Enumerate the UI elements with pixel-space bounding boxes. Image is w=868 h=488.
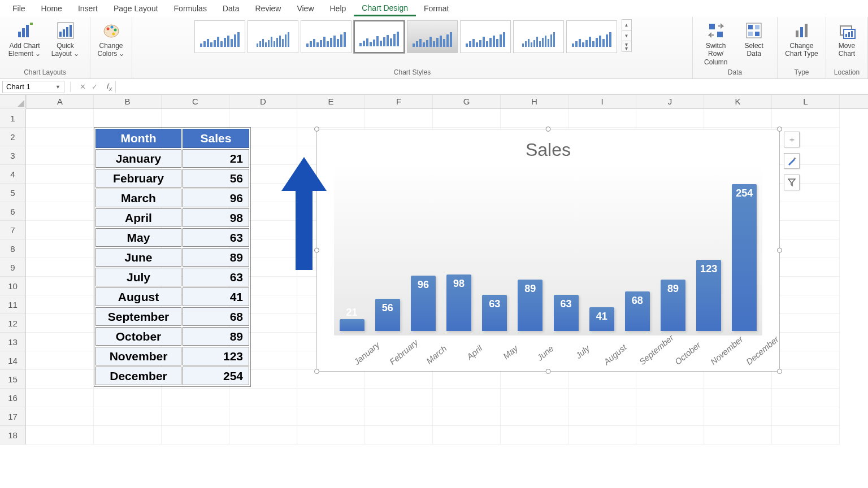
cell[interactable] xyxy=(26,370,94,389)
cell[interactable] xyxy=(772,258,840,277)
chart-bar[interactable]: 63 xyxy=(554,295,579,331)
table-cell[interactable]: 63 xyxy=(183,268,249,286)
cell[interactable] xyxy=(772,389,840,407)
row-header[interactable]: 16 xyxy=(0,389,26,407)
select-all-corner[interactable] xyxy=(0,95,26,108)
cell[interactable] xyxy=(772,370,840,389)
cell[interactable] xyxy=(636,109,704,128)
row-header[interactable]: 5 xyxy=(0,184,26,202)
table-cell[interactable]: May xyxy=(96,228,181,247)
row-header[interactable]: 11 xyxy=(0,295,26,314)
row-header[interactable]: 9 xyxy=(0,258,26,277)
cell[interactable] xyxy=(297,426,365,445)
row-header[interactable]: 15 xyxy=(0,370,26,389)
cell[interactable] xyxy=(568,389,636,407)
column-header[interactable]: A xyxy=(26,95,94,108)
cell[interactable] xyxy=(772,295,840,314)
cell[interactable] xyxy=(772,146,840,165)
cell[interactable] xyxy=(229,407,297,426)
cell[interactable] xyxy=(433,426,501,445)
cell[interactable] xyxy=(501,370,568,389)
row-header[interactable]: 1 xyxy=(0,109,26,128)
cell[interactable] xyxy=(501,407,568,426)
table-header[interactable]: Sales xyxy=(183,129,249,148)
chart-bar[interactable]: 89 xyxy=(661,280,685,331)
cell[interactable] xyxy=(162,109,229,128)
cell[interactable] xyxy=(772,407,840,426)
menu-tab-review[interactable]: Review xyxy=(248,2,289,15)
cell[interactable] xyxy=(26,221,94,239)
table-cell[interactable]: 21 xyxy=(183,149,249,168)
chart-handle[interactable] xyxy=(546,369,551,374)
row-header[interactable]: 2 xyxy=(0,128,26,146)
cell[interactable] xyxy=(26,202,94,221)
formula-confirm-icon[interactable]: ✓ xyxy=(92,82,98,91)
chart-bar[interactable]: 21 xyxy=(340,319,364,331)
row-header[interactable]: 7 xyxy=(0,221,26,239)
row-header[interactable]: 18 xyxy=(0,426,26,445)
chart-bar[interactable]: 96 xyxy=(411,276,436,331)
cell[interactable] xyxy=(568,370,636,389)
table-row[interactable]: January21 xyxy=(96,149,249,168)
chart-handle[interactable] xyxy=(777,248,782,253)
chart-style-thumb[interactable] xyxy=(354,20,405,53)
table-cell[interactable]: April xyxy=(96,208,181,227)
table-cell[interactable]: September xyxy=(96,307,181,326)
cell[interactable] xyxy=(772,277,840,295)
chart-handle[interactable] xyxy=(777,127,782,132)
menu-tab-chart-design[interactable]: Chart Design xyxy=(354,1,416,16)
table-header[interactable]: Month xyxy=(96,129,181,148)
data-table[interactable]: MonthSales January21February56March96Apr… xyxy=(94,127,251,387)
cell[interactable] xyxy=(297,407,365,426)
cell[interactable] xyxy=(501,426,568,445)
cell[interactable] xyxy=(26,351,94,370)
table-cell[interactable]: December xyxy=(96,367,181,385)
row-header[interactable]: 3 xyxy=(0,146,26,165)
switch-row-column-button[interactable]: Switch Row/ Column xyxy=(698,19,734,66)
menu-tab-view[interactable]: View xyxy=(289,2,322,15)
column-header[interactable]: J xyxy=(636,95,704,108)
chart-plot-area[interactable]: 21569698638963416889123254 xyxy=(334,166,762,336)
cell[interactable] xyxy=(365,426,433,445)
cell[interactable] xyxy=(772,128,840,146)
cell[interactable] xyxy=(704,426,772,445)
table-cell[interactable]: 41 xyxy=(183,287,249,306)
table-row[interactable]: October89 xyxy=(96,327,249,346)
table-row[interactable]: April98 xyxy=(96,208,249,227)
change-colors-button[interactable]: Change Colors ⌄ xyxy=(96,19,126,58)
chart-bar[interactable]: 63 xyxy=(482,295,507,331)
chart-handle[interactable] xyxy=(546,127,551,132)
column-header[interactable]: G xyxy=(433,95,501,108)
table-cell[interactable]: 96 xyxy=(183,189,249,207)
chart-style-thumb[interactable] xyxy=(407,20,458,53)
row-header[interactable]: 8 xyxy=(0,239,26,258)
table-cell[interactable]: 56 xyxy=(183,169,249,188)
table-cell[interactable]: July xyxy=(96,268,181,286)
chart-bar[interactable]: 89 xyxy=(518,280,542,331)
cell[interactable] xyxy=(26,407,94,426)
cell[interactable] xyxy=(772,314,840,333)
cell[interactable] xyxy=(26,109,94,128)
gallery-down-icon[interactable]: ▼ xyxy=(622,30,631,41)
chart-bar[interactable]: 254 xyxy=(732,184,757,331)
cell[interactable] xyxy=(162,407,229,426)
chart-style-thumb[interactable] xyxy=(301,20,351,53)
cell[interactable] xyxy=(94,109,162,128)
cell[interactable] xyxy=(365,370,433,389)
cell[interactable] xyxy=(636,426,704,445)
row-header[interactable]: 14 xyxy=(0,351,26,370)
table-row[interactable]: August41 xyxy=(96,287,249,306)
chart-bar[interactable]: 123 xyxy=(696,260,721,331)
menu-tab-formulas[interactable]: Formulas xyxy=(166,2,215,15)
formula-cancel-icon[interactable]: ✕ xyxy=(80,82,86,91)
row-header[interactable]: 6 xyxy=(0,202,26,221)
cell[interactable] xyxy=(297,370,365,389)
table-cell[interactable]: February xyxy=(96,169,181,188)
table-row[interactable]: September68 xyxy=(96,307,249,326)
table-cell[interactable]: October xyxy=(96,327,181,346)
row-header[interactable]: 17 xyxy=(0,407,26,426)
cell[interactable] xyxy=(772,165,840,184)
cell[interactable] xyxy=(704,370,772,389)
chart-style-thumb[interactable] xyxy=(566,20,617,53)
cell[interactable] xyxy=(162,426,229,445)
